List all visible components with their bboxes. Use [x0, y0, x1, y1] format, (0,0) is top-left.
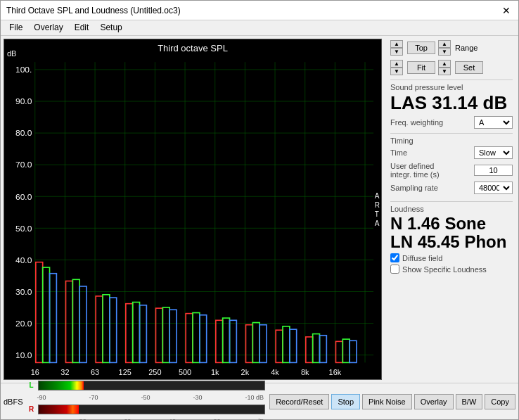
svg-text:500: 500: [179, 368, 191, 376]
l-meter-fill: [39, 381, 84, 390]
r-channel-label: R: [27, 405, 36, 414]
record-reset-button[interactable]: Record/Reset: [269, 394, 329, 409]
svg-rect-70: [200, 315, 207, 363]
window-title: Third Octave SPL and Loudness (Untitled.…: [6, 6, 181, 15]
fit-control-group: ▲ ▼ Fit: [390, 60, 435, 75]
range-control-group: ▲ ▼ Range: [438, 40, 478, 56]
l-channel-label: L: [27, 381, 36, 390]
sampling-rate-select[interactable]: 48000: [474, 182, 513, 194]
top-spinners: ▲ ▼: [390, 40, 403, 56]
ln-value: LN 45.45 Phon: [390, 233, 513, 251]
svg-rect-65: [50, 274, 57, 363]
set-control-group: ▲ ▼ Set: [438, 60, 483, 75]
range-label: Range: [455, 44, 478, 52]
sampling-rate-label: Sampling rate: [390, 184, 438, 192]
range-spinners: ▲ ▼: [438, 40, 451, 56]
overlay-button[interactable]: Overlay: [414, 394, 454, 409]
tick-80: -80: [77, 418, 86, 421]
tick-20: -20: [212, 418, 221, 421]
l-meter-track: [38, 381, 266, 390]
range-down-button[interactable]: ▼: [438, 48, 451, 56]
r-meter-track: [38, 405, 266, 414]
loudness-section: Loudness N 1.46 Sone LN 45.45 Phon Diffu…: [390, 201, 513, 274]
svg-text:16k: 16k: [329, 368, 342, 376]
pink-noise-button[interactable]: Pink Noise: [362, 394, 412, 409]
svg-text:4k: 4k: [271, 368, 279, 376]
fit-up-button[interactable]: ▲: [390, 60, 403, 68]
bottom-bar: dBFS L -90 -70 -50 -30 -10 dB R: [1, 383, 518, 419]
title-bar: Third Octave SPL and Loudness (Untitled.…: [1, 1, 518, 20]
svg-rect-73: [290, 329, 297, 362]
meter-row-l: L: [27, 378, 266, 393]
n-value: N 1.46 Sone: [390, 215, 513, 233]
svg-rect-64: [342, 339, 350, 362]
show-specific-row: Show Specific Loudness: [390, 265, 513, 274]
menu-setup[interactable]: Setup: [96, 22, 126, 34]
svg-rect-69: [169, 310, 177, 362]
top-up-button[interactable]: ▲: [390, 40, 403, 48]
main-content: dB Third octave SPL ARTA 100. 90.0: [1, 36, 518, 383]
top-controls: ▲ ▼ Top ▲ ▼ Range: [390, 40, 513, 56]
user-defined-row: User definedintegr. time (s): [390, 162, 513, 179]
fit-button[interactable]: Fit: [407, 61, 435, 74]
svg-rect-50: [245, 325, 252, 363]
menu-edit[interactable]: Edit: [70, 22, 94, 34]
svg-rect-72: [260, 325, 267, 363]
top-down-button[interactable]: ▼: [390, 48, 403, 56]
r-meter-fill: [39, 405, 79, 414]
dbfs-label: dBFS: [4, 397, 23, 406]
svg-rect-74: [319, 336, 326, 363]
user-defined-input[interactable]: [474, 165, 513, 176]
time-select[interactable]: Slow: [474, 146, 513, 159]
time-label: Time: [390, 148, 407, 157]
svg-text:125: 125: [119, 368, 132, 376]
svg-text:16: 16: [31, 368, 39, 376]
freq-weighting-select[interactable]: A: [474, 116, 513, 129]
svg-rect-62: [283, 326, 290, 363]
chart-svg: 100. 90.0 80.0 70.0 60.0 50.0 40.0 30.0 …: [4, 39, 381, 379]
set-button[interactable]: Set: [455, 61, 483, 74]
tick-10db: -10 dB: [245, 394, 264, 401]
db-axis-label: dB: [7, 49, 16, 58]
svg-text:32: 32: [60, 368, 69, 376]
fit-down-button[interactable]: ▼: [390, 68, 403, 75]
timing-section: Timing Time Slow User definedintegr. tim…: [390, 133, 513, 197]
action-buttons: Record/Reset Stop Pink Noise Overlay B/W…: [269, 394, 515, 409]
stop-button[interactable]: Stop: [331, 394, 360, 409]
show-specific-label: Show Specific Loudness: [402, 265, 487, 274]
diffuse-field-row: Diffuse field: [390, 253, 513, 262]
show-specific-checkbox[interactable]: [390, 265, 399, 274]
svg-text:50.0: 50.0: [15, 224, 32, 234]
svg-rect-54: [43, 267, 50, 362]
svg-rect-71: [230, 320, 237, 362]
spl-section: Sound pressure level LAS 31.14 dB Freq. …: [390, 79, 513, 129]
freq-weighting-row: Freq. weighting A: [390, 116, 513, 129]
svg-rect-75: [350, 341, 357, 362]
tick-db: dB: [256, 418, 264, 421]
set-spinners: ▲ ▼: [438, 60, 451, 75]
menu-file[interactable]: File: [5, 22, 27, 34]
top-button[interactable]: Top: [407, 42, 435, 54]
close-button[interactable]: ✕: [500, 4, 513, 17]
set-up-button[interactable]: ▲: [438, 60, 451, 68]
svg-rect-47: [155, 308, 162, 362]
tick-r-label: R: [37, 418, 42, 421]
range-up-button[interactable]: ▲: [438, 40, 451, 48]
menu-overlay[interactable]: Overlay: [30, 22, 67, 34]
copy-button[interactable]: Copy: [485, 394, 515, 409]
spl-section-label: Sound pressure level: [390, 83, 513, 91]
svg-rect-43: [36, 262, 43, 363]
svg-rect-60: [223, 318, 230, 362]
bw-button[interactable]: B/W: [456, 394, 483, 409]
svg-text:90.0: 90.0: [15, 96, 32, 106]
svg-rect-55: [72, 279, 79, 362]
diffuse-field-checkbox[interactable]: [390, 253, 399, 262]
right-panel: ▲ ▼ Top ▲ ▼ Range ▲ ▼: [385, 36, 518, 383]
set-down-button[interactable]: ▼: [438, 68, 451, 75]
svg-rect-67: [110, 298, 117, 362]
svg-text:30.0: 30.0: [15, 287, 32, 297]
sampling-rate-row: Sampling rate 48000: [390, 182, 513, 194]
svg-rect-66: [79, 286, 86, 362]
svg-rect-56: [103, 295, 110, 363]
svg-text:8k: 8k: [301, 368, 309, 376]
